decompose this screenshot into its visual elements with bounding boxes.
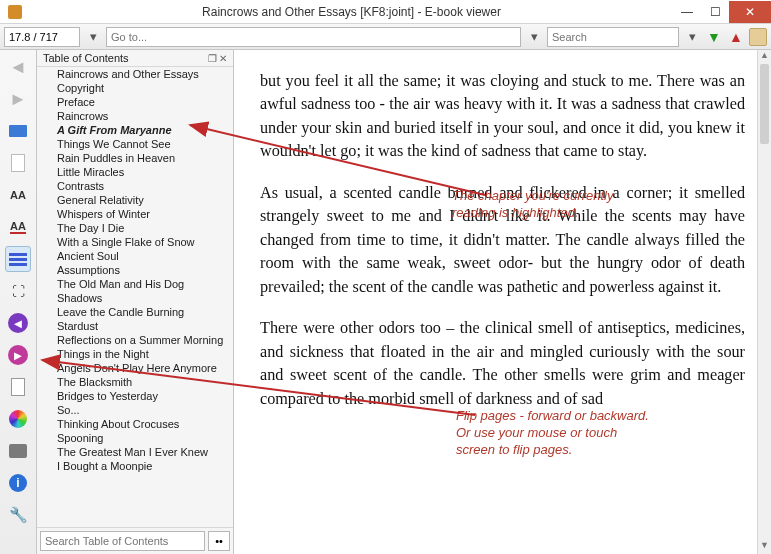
goto-input[interactable]: [106, 27, 521, 47]
toc-item[interactable]: Angels Don't Play Here Anymore: [47, 361, 233, 375]
paragraph: As usual, a scented candle burned and fl…: [260, 182, 745, 299]
window-controls: — ☐ ✕: [673, 1, 771, 23]
theme-button[interactable]: [5, 406, 31, 432]
toc-item[interactable]: Preface: [47, 95, 233, 109]
info-button[interactable]: i: [5, 470, 31, 496]
toc-item[interactable]: Spooning: [47, 431, 233, 445]
annotation-flip-pages: Flip pages - forward or backward. Or use…: [456, 408, 649, 459]
titlebar: Raincrows and Other Essays [KF8:joint] -…: [0, 0, 771, 24]
reader-pane[interactable]: but you feel it all the same; it was clo…: [234, 50, 771, 554]
font-size-button[interactable]: AA: [5, 182, 31, 208]
toc-item[interactable]: Rain Puddles in Heaven: [47, 151, 233, 165]
toc-search-input[interactable]: [40, 531, 205, 551]
toolbar: ▾ ▾ ▾ ▼ ▲: [0, 24, 771, 50]
app-icon: [8, 5, 22, 19]
minimize-button[interactable]: —: [673, 1, 701, 23]
toc-panel: Table of Contents ❐ ✕ Raincrows and Othe…: [37, 50, 234, 554]
search-dropdown[interactable]: ▾: [683, 28, 701, 46]
page-layout-button[interactable]: [5, 150, 31, 176]
toc-item[interactable]: Things in the Night: [47, 347, 233, 361]
prev-match-button[interactable]: ▲: [727, 28, 745, 46]
search-input[interactable]: [547, 27, 679, 47]
reader-scrollbar[interactable]: ▲ ▼: [757, 50, 771, 554]
toc-mode-button[interactable]: ••: [208, 531, 230, 551]
nav-back-button[interactable]: ◄: [5, 54, 31, 80]
toc-item[interactable]: Shadows: [47, 291, 233, 305]
reference-button[interactable]: [5, 374, 31, 400]
fullscreen-button[interactable]: ⛶: [5, 278, 31, 304]
toc-item[interactable]: Raincrows: [47, 109, 233, 123]
toc-item[interactable]: Bridges to Yesterday: [47, 389, 233, 403]
toc-item[interactable]: Copyright: [47, 81, 233, 95]
toc-item[interactable]: Things We Cannot See: [47, 137, 233, 151]
toc-item[interactable]: The Old Man and His Dog: [47, 277, 233, 291]
toc-item[interactable]: Contrasts: [47, 179, 233, 193]
maximize-button[interactable]: ☐: [701, 1, 729, 23]
toc-item[interactable]: The Blacksmith: [47, 375, 233, 389]
toc-item[interactable]: The Day I Die: [47, 221, 233, 235]
toc-item[interactable]: Little Miracles: [47, 165, 233, 179]
library-button[interactable]: [5, 118, 31, 144]
font-style-button[interactable]: AA: [5, 214, 31, 240]
close-button[interactable]: ✕: [729, 1, 771, 23]
print-button[interactable]: [5, 438, 31, 464]
bookmark-icon[interactable]: [749, 28, 767, 46]
toc-item[interactable]: So...: [47, 403, 233, 417]
toc-item[interactable]: Whispers of Winter: [47, 207, 233, 221]
toc-item[interactable]: The Greatest Man I Ever Knew: [47, 445, 233, 459]
goto-dropdown[interactable]: ▾: [525, 28, 543, 46]
paragraph: but you feel it all the same; it was clo…: [260, 70, 745, 164]
toc-item[interactable]: I Bought a Moonpie: [47, 459, 233, 473]
toc-item[interactable]: Leave the Candle Burning: [47, 305, 233, 319]
toc-item[interactable]: With a Single Flake of Snow: [47, 235, 233, 249]
toc-item[interactable]: Stardust: [47, 319, 233, 333]
page-dropdown[interactable]: ▾: [84, 28, 102, 46]
toc-list[interactable]: Raincrows and Other EssaysCopyrightPrefa…: [37, 67, 233, 527]
next-page-button[interactable]: ►: [5, 342, 31, 368]
toc-item[interactable]: Reflections on a Summer Morning: [47, 333, 233, 347]
left-sidebar: ◄ ► AA AA ⛶ ◄ ► i 🔧: [0, 50, 37, 554]
toc-item[interactable]: Ancient Soul: [47, 249, 233, 263]
toc-item[interactable]: General Relativity: [47, 193, 233, 207]
paragraph: There were other odors too – the clinica…: [260, 317, 745, 411]
toc-item[interactable]: Raincrows and Other Essays: [47, 67, 233, 81]
page-input[interactable]: [4, 27, 80, 47]
toc-item[interactable]: A Gift From Maryanne: [47, 123, 233, 137]
toc-header: Table of Contents ❐ ✕: [37, 50, 233, 67]
next-match-button[interactable]: ▼: [705, 28, 723, 46]
toc-title: Table of Contents: [43, 52, 129, 64]
scrollbar-thumb[interactable]: [760, 64, 769, 144]
preferences-button[interactable]: 🔧: [5, 502, 31, 528]
prev-page-button[interactable]: ◄: [5, 310, 31, 336]
toc-close-icon[interactable]: ✕: [219, 53, 227, 64]
toc-item[interactable]: Thinking About Crocuses: [47, 417, 233, 431]
toc-detach-icon[interactable]: ❐: [208, 53, 217, 64]
nav-forward-button[interactable]: ►: [5, 86, 31, 112]
window-title: Raincrows and Other Essays [KF8:joint] -…: [30, 5, 673, 19]
toc-button[interactable]: [5, 246, 31, 272]
toc-item[interactable]: Assumptions: [47, 263, 233, 277]
